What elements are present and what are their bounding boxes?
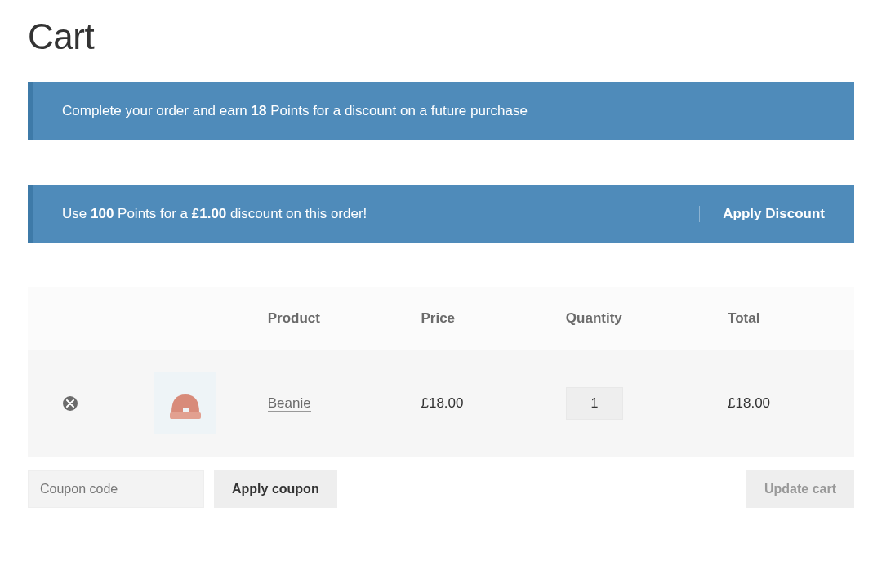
product-name-link[interactable]: Beanie <box>268 395 311 412</box>
remove-item-button[interactable] <box>63 396 78 411</box>
earn-prefix: Complete your order and earn <box>62 103 252 118</box>
header-price: Price <box>411 287 555 350</box>
earn-points-notice: Complete your order and earn 18 Points f… <box>28 82 854 140</box>
redeem-prefix: Use <box>62 206 91 221</box>
header-product: Product <box>258 287 412 350</box>
header-remove <box>28 287 113 350</box>
svg-rect-1 <box>183 408 189 412</box>
coupon-code-input[interactable] <box>28 470 204 508</box>
product-total: £18.00 <box>718 350 854 457</box>
cart-actions: Apply coupon Update cart <box>28 470 854 508</box>
apply-discount-button[interactable]: Apply Discount <box>699 206 825 222</box>
product-thumbnail[interactable] <box>154 372 216 434</box>
redeem-amount: £1.00 <box>192 206 227 221</box>
close-icon <box>66 399 74 408</box>
product-price: £18.00 <box>411 350 555 457</box>
quantity-input[interactable] <box>566 387 623 420</box>
svg-rect-0 <box>170 412 201 419</box>
redeem-points-count: 100 <box>91 206 114 221</box>
table-row: Beanie £18.00 £18.00 <box>28 350 854 457</box>
earn-suffix: Points for a discount on a future purcha… <box>266 103 527 118</box>
header-thumb <box>113 287 257 350</box>
beanie-icon <box>165 383 206 424</box>
cart-table: Product Price Quantity Total <box>28 287 854 508</box>
earn-points-message: Complete your order and earn 18 Points f… <box>62 103 825 119</box>
redeem-middle: Points for a <box>114 206 191 221</box>
update-cart-button[interactable]: Update cart <box>746 470 854 508</box>
page-title: Cart <box>28 16 854 57</box>
header-total: Total <box>718 287 854 350</box>
redeem-suffix: discount on this order! <box>226 206 367 221</box>
earn-points-count: 18 <box>252 103 267 118</box>
redeem-points-message: Use 100 Points for a £1.00 discount on t… <box>62 206 683 222</box>
redeem-points-notice: Use 100 Points for a £1.00 discount on t… <box>28 185 854 243</box>
header-quantity: Quantity <box>556 287 718 350</box>
apply-coupon-button[interactable]: Apply coupon <box>214 470 337 508</box>
